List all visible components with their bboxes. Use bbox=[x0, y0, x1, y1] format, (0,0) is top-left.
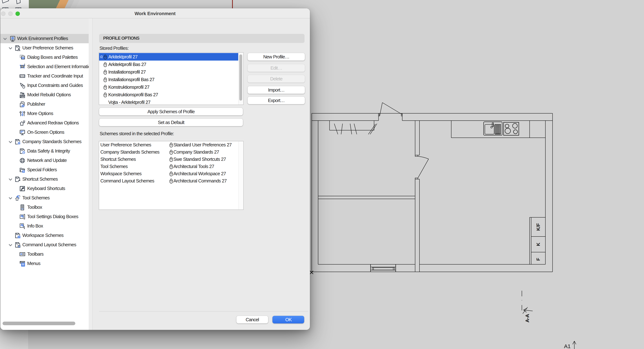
svg-text:K: K bbox=[536, 243, 541, 246]
svg-text:K/F: K/F bbox=[536, 223, 541, 231]
svg-text:F: F bbox=[536, 258, 541, 261]
svg-text:A-A: A-A bbox=[524, 314, 530, 322]
svg-text:A1: A1 bbox=[564, 343, 571, 349]
svg-text:XYZ: XYZ bbox=[20, 75, 25, 78]
